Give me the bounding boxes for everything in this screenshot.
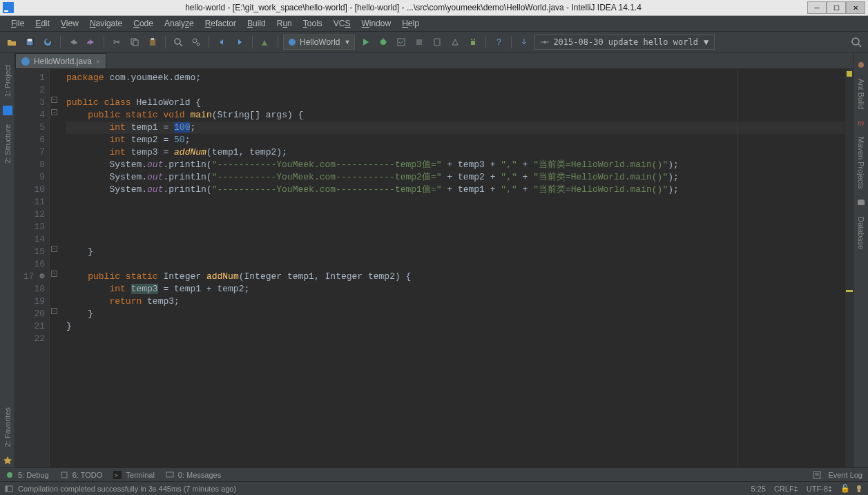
svg-rect-3 (28, 39, 32, 41)
stop-icon[interactable] (412, 35, 427, 50)
status-message: Compilation completed successfully in 3s… (14, 485, 240, 493)
menu-analyze[interactable]: Analyze (159, 17, 200, 30)
tool-project[interactable]: 1: Project (3, 65, 12, 97)
svg-point-13 (380, 39, 386, 45)
debug-icon[interactable] (376, 35, 391, 50)
editor-tab[interactable]: HelloWorld.java × (15, 53, 106, 68)
build-icon[interactable] (258, 35, 273, 50)
terminal-icon: > (113, 471, 122, 479)
fold-marker[interactable]: − (51, 109, 57, 115)
code-editor[interactable]: 1234567891011121314151617 ⊕1819202122 − … (15, 69, 853, 467)
editor-tabbar: HelloWorld.java × (15, 52, 853, 69)
tool-maven[interactable]: Maven Projects (857, 137, 865, 189)
tab-todo[interactable]: 6: TODO (60, 471, 103, 479)
svg-point-29 (858, 62, 864, 68)
svg-point-33 (7, 472, 12, 478)
fold-column[interactable]: − − − − − (50, 69, 59, 467)
svg-point-12 (289, 39, 296, 46)
menu-navigate[interactable]: Navigate (84, 17, 128, 30)
open-icon[interactable] (4, 35, 19, 50)
bug-icon (6, 471, 14, 479)
fold-marker[interactable]: − (51, 308, 57, 314)
tab-terminal[interactable]: >Terminal (113, 471, 155, 479)
tool-structure[interactable]: 2: Structure (3, 124, 12, 164)
maximize-button[interactable]: ☐ (827, 1, 846, 14)
maven-icon: m (856, 118, 866, 128)
project-icon (3, 106, 12, 115)
minimize-button[interactable]: ─ (807, 1, 827, 14)
fold-marker[interactable]: − (51, 97, 57, 103)
intellij-logo-icon (3, 2, 14, 13)
line-separator[interactable]: CRLF‡ (770, 485, 802, 493)
menu-refactor[interactable]: Refactor (200, 17, 242, 30)
menu-build[interactable]: Build (242, 17, 271, 30)
status-toggle-icon[interactable] (4, 484, 14, 494)
coverage-icon[interactable] (394, 35, 409, 50)
menu-tools[interactable]: Tools (298, 17, 328, 30)
menu-file[interactable]: File (6, 17, 30, 30)
menu-code[interactable]: Code (128, 17, 159, 30)
svg-rect-17 (398, 39, 405, 46)
fold-marker[interactable]: − (51, 246, 57, 252)
tab-messages[interactable]: 0: Messages (166, 471, 221, 479)
menu-help[interactable]: Help (396, 17, 425, 30)
tool-database[interactable]: Database (857, 217, 865, 249)
android-icon[interactable] (465, 35, 481, 50)
stripe-mark[interactable] (846, 290, 853, 292)
menu-bar: File Edit View Navigate Code Analyze Ref… (0, 16, 868, 32)
find-icon[interactable] (171, 35, 186, 50)
code-content[interactable]: package com.youmeek.demo; public class H… (59, 69, 845, 467)
hector-icon[interactable] (854, 484, 864, 494)
svg-text:>: > (115, 472, 118, 478)
save-icon[interactable] (22, 35, 37, 50)
svg-point-22 (474, 39, 475, 40)
redo-icon[interactable] (84, 35, 99, 50)
cursor-position[interactable]: 5:25 (746, 485, 769, 493)
tab-filename: HelloWorld.java (34, 57, 92, 66)
readonly-lock-icon[interactable]: 🔓 (836, 484, 854, 493)
main-toolbar: ✂ HelloWorld ▼ ? 2015-08-30 update hello… (0, 32, 868, 52)
menu-vcs[interactable]: VCS (328, 17, 356, 30)
messages-icon (166, 471, 174, 479)
menu-edit[interactable]: Edit (30, 17, 55, 30)
cut-icon[interactable]: ✂ (109, 35, 124, 50)
file-encoding[interactable]: UTF-8‡ (802, 485, 836, 493)
right-tool-strip: Ant Build m Maven Projects Database (853, 52, 868, 467)
fold-marker[interactable]: − (51, 271, 57, 277)
inspection-indicator[interactable] (847, 71, 852, 77)
sdk-icon[interactable] (447, 35, 463, 50)
chevron-down-icon: ▼ (704, 37, 708, 47)
svg-rect-1 (4, 10, 8, 12)
tab-eventlog[interactable]: Event Log (813, 471, 862, 479)
tab-close-icon[interactable]: × (96, 57, 100, 66)
run-config-dropdown[interactable]: HelloWorld ▼ (283, 35, 355, 50)
line-gutter: 1234567891011121314151617 ⊕1819202122 (15, 69, 50, 467)
menu-view[interactable]: View (55, 17, 84, 30)
menu-window[interactable]: Window (356, 17, 396, 30)
replace-icon[interactable] (189, 35, 204, 50)
help-icon[interactable]: ? (491, 35, 506, 50)
menu-run[interactable]: Run (271, 17, 298, 30)
close-button[interactable]: ✕ (846, 1, 865, 14)
database-icon (856, 198, 866, 208)
avd-icon[interactable] (430, 35, 445, 50)
copy-icon[interactable] (127, 35, 142, 50)
sync-icon[interactable] (40, 35, 55, 50)
paste-icon[interactable] (145, 35, 160, 50)
tab-debug[interactable]: 5: Debug (6, 471, 49, 479)
svg-point-23 (543, 41, 546, 43)
forward-icon[interactable] (232, 35, 247, 50)
back-icon[interactable] (214, 35, 229, 50)
star-icon (3, 456, 12, 465)
error-stripe[interactable] (845, 69, 853, 467)
svg-point-21 (471, 39, 472, 40)
run-icon[interactable] (358, 35, 373, 50)
tool-favorites[interactable]: 2: Favorites (3, 407, 12, 447)
svg-rect-32 (858, 201, 865, 205)
search-everywhere-icon[interactable] (849, 35, 864, 50)
tool-ant[interactable]: Ant Build (857, 79, 865, 109)
vcs-update-icon[interactable] (517, 35, 532, 50)
vcs-branch-dropdown[interactable]: 2015-08-30 update hello world ▼ (534, 35, 715, 50)
svg-rect-18 (416, 39, 422, 45)
undo-icon[interactable] (66, 35, 81, 50)
